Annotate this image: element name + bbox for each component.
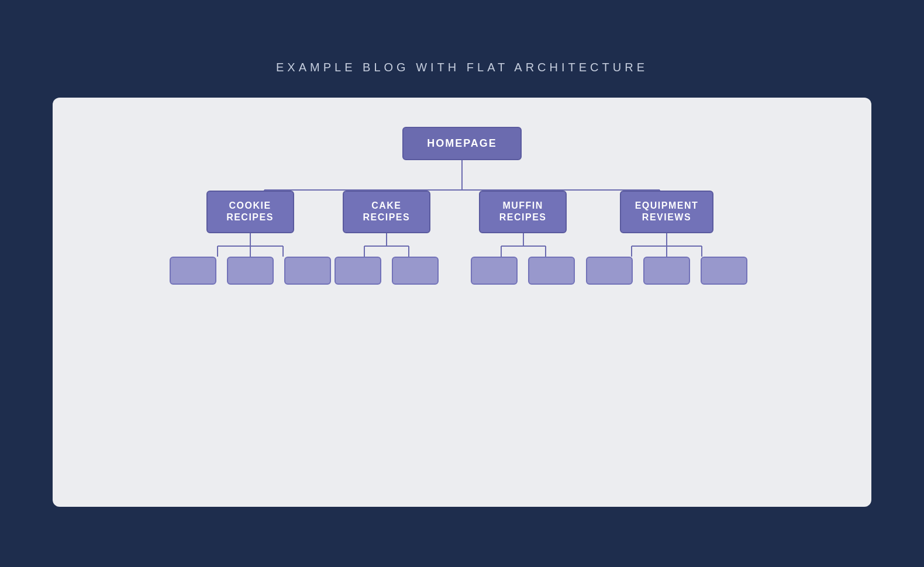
leaf-node [471,257,518,285]
muffin-recipes-node: MUFFINRECIPES [479,191,567,234]
diagram-container: HOMEPAGE COOKIERECIPES [53,98,871,507]
cookie-recipes-col: COOKIERECIPES [199,191,301,285]
leaf-node [392,257,439,285]
root-vert-connector [461,160,463,189]
leaf-node [227,257,274,285]
equipment-reviews-col: EQUIPMENTREVIEWS [608,191,725,285]
leaf-node [701,257,747,285]
cake-recipes-node: CAKERECIPES [343,191,430,234]
leaf-node [170,257,216,285]
leaf-node [586,257,633,285]
cookie-recipes-node: COOKIERECIPES [206,191,294,234]
muffin-recipes-col: MUFFINRECIPES [472,191,574,285]
leaf-node [528,257,575,285]
cake-recipes-col: CAKERECIPES [335,191,437,285]
leaf-node [335,257,381,285]
cookie-children-connectors [199,233,301,257]
muffin-children-connectors [472,233,574,257]
leaf-node [643,257,690,285]
equipment-children-connectors [608,233,725,257]
page-title: EXAMPLE BLOG WITH FLAT ARCHITECTURE [276,61,648,74]
homepage-node: HOMEPAGE [402,127,522,160]
cake-children-connectors [335,233,437,257]
tree-diagram: HOMEPAGE COOKIERECIPES [88,127,836,285]
equipment-reviews-node: EQUIPMENTREVIEWS [620,191,714,234]
leaf-node [284,257,331,285]
